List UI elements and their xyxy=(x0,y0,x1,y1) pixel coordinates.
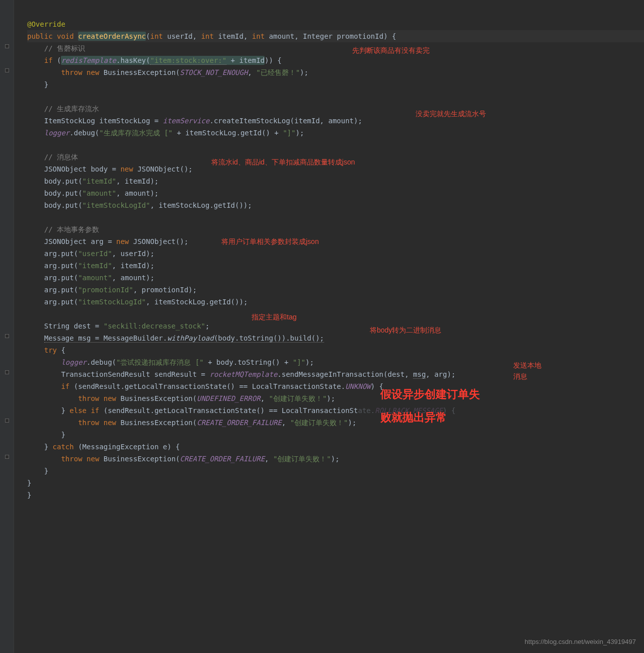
fold-marker[interactable] xyxy=(5,455,9,459)
fold-marker[interactable] xyxy=(5,44,9,48)
annotation-comment: 将用户订单相关参数封装成json xyxy=(221,235,319,248)
fold-marker[interactable] xyxy=(5,68,9,72)
annotation-bold: 假设异步创建订单失 xyxy=(380,388,480,400)
annotation-comment: 将流水id、商品id、下单扣减商品数量转成json xyxy=(211,156,355,168)
annotation-comment: 没卖完就先生成流水号 xyxy=(416,108,486,120)
watermark: https://blog.csdn.net/weixin_43919497 xyxy=(525,636,636,648)
annotation-comment: 消息 xyxy=(513,370,527,382)
fold-marker[interactable] xyxy=(5,419,9,423)
annotation-comment: 指定主题和tag xyxy=(252,311,296,323)
annotation-bold: 败就抛出异常 xyxy=(380,412,447,424)
annotation: @Override xyxy=(27,20,65,28)
fold-marker[interactable] xyxy=(5,334,9,338)
editor-gutter xyxy=(0,0,14,653)
code-editor[interactable]: @Override public void createOrderAsync(i… xyxy=(0,0,644,501)
fold-marker[interactable] xyxy=(5,370,9,374)
annotation-comment: 先判断该商品有没有卖完 xyxy=(352,44,430,56)
annotation-comment: 将body转为二进制消息 xyxy=(370,324,441,336)
annotation-comment: 发送本地 xyxy=(513,359,541,371)
